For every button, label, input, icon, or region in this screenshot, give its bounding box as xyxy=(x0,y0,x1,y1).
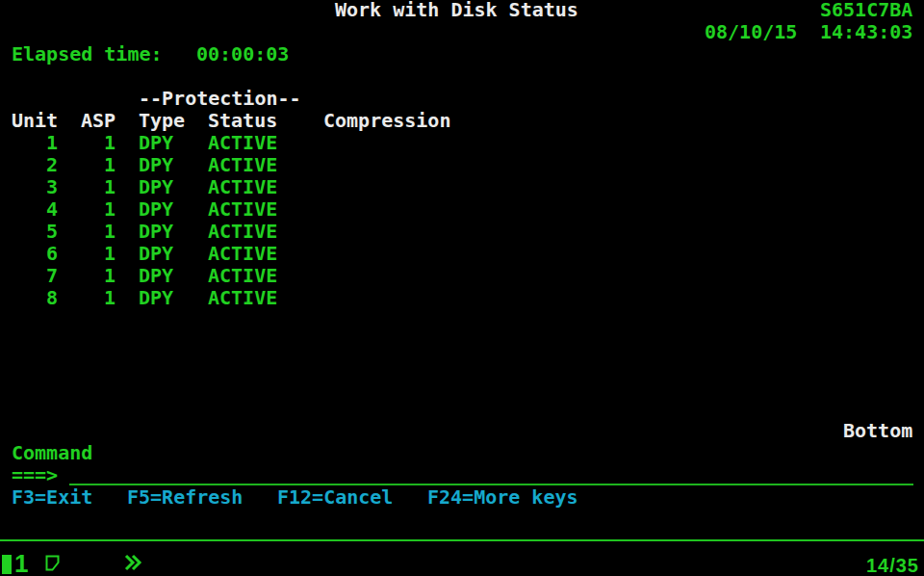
chevron-double-right-icon xyxy=(123,554,142,576)
table-row: 3 1 DPY ACTIVE xyxy=(0,176,46,198)
asp-value: 1 xyxy=(104,176,116,198)
protection-type-value: DPY xyxy=(139,265,173,287)
table-row: 6 1 DPY ACTIVE xyxy=(0,243,46,265)
system-date: 08/10/15 xyxy=(705,21,797,43)
table-row: 2 1 DPY ACTIVE xyxy=(0,154,46,176)
protection-type-value: DPY xyxy=(139,221,173,243)
command-input[interactable] xyxy=(69,463,913,485)
protection-type-value: DPY xyxy=(139,243,173,265)
bottom-indicator: Bottom xyxy=(843,420,912,442)
column-header-asp: ASP xyxy=(81,110,116,132)
unit-value: 7 xyxy=(46,265,58,287)
protection-status-value: ACTIVE xyxy=(208,265,277,287)
elapsed-time-value: 00:00:03 xyxy=(196,43,289,65)
unit-value: 2 xyxy=(46,154,58,176)
system-time: 14:43:03 xyxy=(820,21,912,43)
column-header-type: Type xyxy=(139,110,185,132)
status-bar: 1 14/35 xyxy=(0,541,924,576)
unit-value: 5 xyxy=(46,221,58,243)
session-number: 1 xyxy=(14,551,28,576)
asp-value: 1 xyxy=(104,243,116,265)
asp-value: 1 xyxy=(104,265,116,287)
protection-status-value: ACTIVE xyxy=(208,154,277,176)
command-prompt: ===> xyxy=(12,464,58,486)
protection-status-value: ACTIVE xyxy=(208,132,277,154)
table-row: 7 1 DPY ACTIVE xyxy=(0,265,46,287)
document-outline-icon xyxy=(45,555,61,576)
protection-status-value: ACTIVE xyxy=(208,198,277,221)
protection-status-value: ACTIVE xyxy=(208,287,277,309)
table-row: 8 1 DPY ACTIVE xyxy=(0,287,46,309)
asp-value: 1 xyxy=(104,221,116,243)
table-row: 1 1 DPY ACTIVE xyxy=(0,132,46,154)
unit-value: 8 xyxy=(46,287,58,309)
page-title: Work with Disk Status xyxy=(335,0,578,21)
table-row: 5 1 DPY ACTIVE xyxy=(0,221,46,243)
unit-value: 1 xyxy=(46,132,58,154)
protection-group-header: --Protection-- xyxy=(139,88,301,110)
unit-value: 4 xyxy=(46,198,58,221)
fkey-f5-refresh[interactable]: F5=Refresh xyxy=(127,486,243,509)
terminal-screen: Work with Disk Status S651C7BA 08/10/15 … xyxy=(0,0,924,576)
protection-status-value: ACTIVE xyxy=(208,243,277,265)
unit-value: 6 xyxy=(46,243,58,265)
table-row: 4 1 DPY ACTIVE xyxy=(0,198,46,221)
asp-value: 1 xyxy=(104,132,116,154)
protection-type-value: DPY xyxy=(139,132,173,154)
protection-type-value: DPY xyxy=(139,154,173,176)
system-name: S651C7BA xyxy=(820,0,912,21)
command-label: Command xyxy=(12,442,92,464)
protection-type-value: DPY xyxy=(139,287,173,309)
fkey-f12-cancel[interactable]: F12=Cancel xyxy=(277,486,393,509)
unit-value: 3 xyxy=(46,176,58,198)
column-header-unit: Unit xyxy=(12,110,58,132)
cursor-position: 14/35 xyxy=(866,556,919,575)
protection-status-value: ACTIVE xyxy=(208,221,277,243)
fkey-f3-exit[interactable]: F3=Exit xyxy=(12,486,92,509)
protection-type-value: DPY xyxy=(139,176,173,198)
asp-value: 1 xyxy=(104,287,116,309)
asp-value: 1 xyxy=(104,198,116,221)
protection-type-value: DPY xyxy=(139,198,173,221)
elapsed-time-label: Elapsed time: xyxy=(12,43,163,65)
column-header-status: Status xyxy=(208,110,277,132)
asp-value: 1 xyxy=(104,154,116,176)
protection-status-value: ACTIVE xyxy=(208,176,277,198)
column-header-compression: Compression xyxy=(323,110,450,132)
fkey-f24-more-keys[interactable]: F24=More keys xyxy=(427,486,578,509)
session-block-icon xyxy=(2,555,12,574)
